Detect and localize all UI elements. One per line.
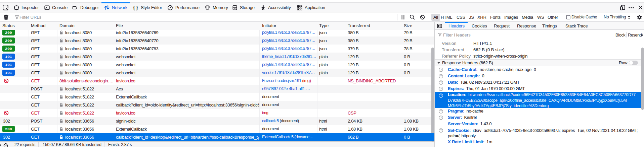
svg-text:?: ? bbox=[440, 81, 442, 84]
svg-text:?: ? bbox=[440, 116, 442, 119]
svg-text:?: ? bbox=[440, 74, 442, 78]
svg-text:?: ? bbox=[440, 94, 442, 97]
svg-text:?: ? bbox=[440, 109, 442, 113]
svg-text:?: ? bbox=[440, 68, 442, 71]
svg-text:?: ? bbox=[440, 129, 442, 132]
svg-text:?: ? bbox=[440, 87, 442, 90]
